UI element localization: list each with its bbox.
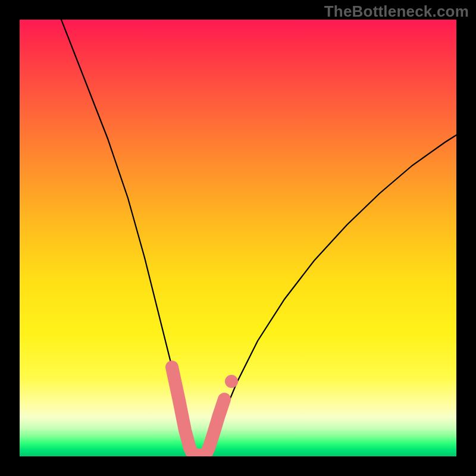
chart-container: TheBottleneck.com [0, 0, 476, 476]
curves-svg [20, 20, 456, 456]
pink-highlight-right [198, 399, 224, 455]
pink-highlight-dot [225, 375, 238, 388]
pink-highlight-left [172, 367, 193, 455]
watermark-text: TheBottleneck.com [324, 2, 469, 21]
right-curve [208, 135, 456, 455]
plot-area [20, 20, 456, 456]
